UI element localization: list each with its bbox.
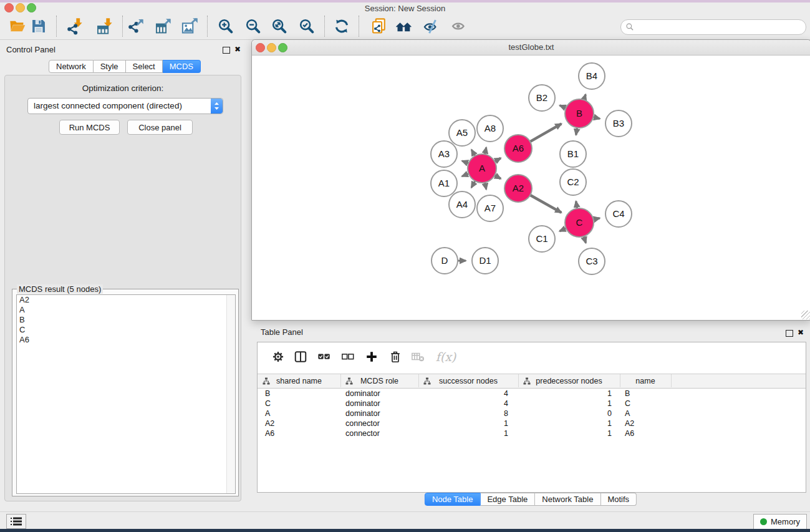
control-panel: Control Panel ✖ Network Style Select MCD… [0, 39, 246, 508]
edge-C-C4[interactable] [594, 218, 600, 220]
unselect-all-rows-button[interactable] [340, 349, 356, 365]
edge-B-B1[interactable] [576, 128, 577, 135]
column-header-predecessor-nodes[interactable]: predecessor nodes [518, 374, 620, 387]
optimization-criterion-label: Optimization criterion: [5, 84, 241, 93]
edge-A-A6[interactable] [495, 158, 501, 161]
edge-A-A4[interactable] [471, 181, 475, 188]
mcds-result-list[interactable]: A2ABCA6 [16, 294, 236, 494]
float-table-panel-icon[interactable] [786, 330, 793, 337]
export-table-button[interactable] [154, 17, 173, 36]
save-session-button[interactable] [29, 17, 48, 36]
table-cell: connector [340, 418, 423, 428]
tab-network-table[interactable]: Network Table [535, 493, 600, 506]
open-file-button[interactable] [8, 17, 27, 36]
function-builder-button[interactable]: f(x) [433, 349, 458, 365]
mcds-result-item[interactable]: A6 [17, 335, 235, 345]
column-header-mcds-role[interactable]: MCDS role [340, 374, 419, 387]
tab-select[interactable]: Select [126, 60, 163, 73]
table-settings-button[interactable] [270, 349, 286, 365]
tab-mcds[interactable]: MCDS [163, 60, 201, 73]
table-row[interactable]: Bdominator41B [258, 389, 806, 399]
search-input[interactable] [637, 21, 801, 34]
table-cell: A6 [620, 428, 676, 438]
criterion-select[interactable]: largest connected component (directed) [27, 98, 223, 114]
scrollbar-track[interactable] [226, 295, 235, 493]
toolbar-separator [122, 16, 123, 37]
close-panel-icon[interactable]: ✖ [234, 46, 241, 53]
table-cell: 4 [418, 399, 518, 409]
search-box[interactable] [620, 19, 806, 35]
network-canvas[interactable]: AA1A2A3A4A5A6A7A8BB1B2B3B4CC1C2C3C4DD1 [253, 56, 809, 319]
task-history-button[interactable] [6, 514, 26, 529]
node-label-B4: B4 [586, 70, 597, 81]
edge-A-A2[interactable] [495, 175, 501, 178]
close-table-panel-icon[interactable]: ✖ [798, 329, 804, 336]
network-window-titlebar[interactable]: testGlobe.txt [252, 40, 810, 56]
edge-C-C2[interactable] [576, 201, 577, 208]
table-panel: Table Panel ✖ f(x) shared [251, 324, 810, 510]
toolbar-separator [324, 16, 325, 37]
table-cell: 1 [418, 428, 518, 438]
tab-style[interactable]: Style [94, 60, 126, 73]
table-cell: A [258, 409, 348, 418]
edge-B-B2[interactable] [560, 105, 566, 108]
import-network-button[interactable] [65, 17, 84, 36]
add-column-button[interactable] [364, 349, 380, 365]
network-graph[interactable]: AA1A2A3A4A5A6A7A8BB1B2B3B4CC1C2C3C4DD1 [253, 56, 809, 319]
duplicate-network-button[interactable] [370, 17, 388, 36]
zoom-in-button[interactable] [216, 17, 235, 36]
mcds-result-item[interactable]: A2 [17, 295, 235, 305]
close-panel-button[interactable]: Close panel [127, 120, 193, 135]
window-resize-grip[interactable] [801, 311, 810, 319]
show-column-button[interactable] [292, 349, 309, 365]
select-all-rows-button[interactable] [316, 349, 332, 365]
first-neighbors-button[interactable] [395, 17, 413, 36]
zoom-selected-button[interactable] [297, 17, 316, 36]
tab-edge-table[interactable]: Edge Table [480, 493, 535, 506]
show-all-button[interactable] [450, 17, 468, 36]
delete-table-button[interactable] [410, 349, 426, 365]
zoom-out-button[interactable] [244, 17, 263, 36]
zoom-fit-button[interactable] [270, 17, 289, 36]
hide-selected-button[interactable] [422, 17, 441, 36]
column-header-name[interactable]: name [620, 374, 672, 387]
delete-column-button[interactable] [387, 349, 403, 365]
export-image-button[interactable] [180, 17, 199, 36]
edge-A-A8[interactable] [485, 147, 486, 154]
table-row[interactable]: A6connector11A6 [258, 428, 806, 438]
edge-A-A1[interactable] [462, 174, 468, 177]
table-row[interactable]: Adominator80A [258, 409, 806, 418]
memory-button[interactable]: Memory [753, 514, 807, 530]
edge-A2-C[interactable] [531, 195, 562, 213]
edge-A-A7[interactable] [485, 183, 486, 190]
import-table-button[interactable] [95, 17, 114, 36]
edge-C-C1[interactable] [559, 228, 566, 231]
column-header-successor-nodes[interactable]: successor nodes [418, 374, 519, 387]
export-network-button[interactable] [127, 17, 145, 36]
edge-A6-B[interactable] [531, 123, 562, 141]
mcds-result-item[interactable]: B [17, 315, 235, 325]
run-mcds-button[interactable]: Run MCDS [59, 120, 120, 135]
edge-A-A3[interactable] [462, 161, 468, 163]
edge-C-C3[interactable] [584, 236, 586, 243]
column-header-shared-name[interactable]: shared name [258, 374, 341, 387]
table-cell: 1 [518, 399, 620, 409]
node-label-A3: A3 [438, 148, 450, 159]
attribute-icon [423, 377, 431, 385]
table-cell: dominator [340, 399, 423, 409]
table-row[interactable]: Cdominator41C [258, 399, 806, 409]
edge-B-B4[interactable] [584, 94, 586, 99]
table-row[interactable]: A2connector11A2 [258, 418, 806, 428]
zoom-in-icon [217, 17, 234, 35]
refresh-view-button[interactable] [332, 17, 351, 36]
mcds-result-item[interactable]: C [17, 325, 235, 335]
edge-B-B3[interactable] [594, 117, 600, 119]
tab-node-table[interactable]: Node Table [425, 493, 481, 506]
float-panel-icon[interactable] [223, 47, 230, 54]
edge-A-A5[interactable] [471, 150, 475, 155]
tab-network[interactable]: Network [49, 60, 94, 73]
node-label-B2: B2 [536, 92, 547, 103]
tab-motifs[interactable]: Motifs [600, 493, 637, 506]
table-cell: A2 [258, 418, 348, 428]
mcds-result-item[interactable]: A [17, 305, 235, 315]
